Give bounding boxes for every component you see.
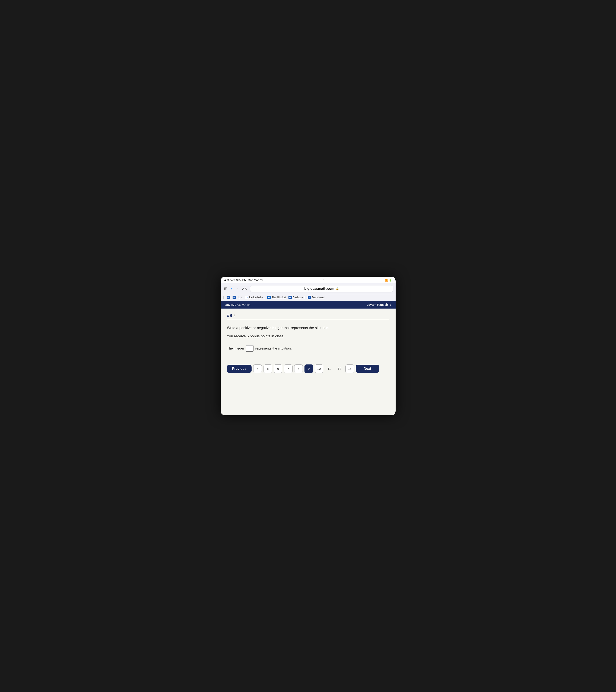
browser-nav: ⊞ ‹ › AA bigideasmath.com 🔒: [221, 283, 396, 294]
question-number: #9 i: [227, 313, 389, 318]
bookmark-icon-blooket: B: [267, 296, 271, 299]
page-btn-9[interactable]: 9: [305, 365, 313, 373]
answer-input[interactable]: [246, 347, 253, 350]
previous-button[interactable]: Previous: [227, 365, 252, 373]
answer-suffix: represents the situation.: [255, 347, 292, 350]
page-btn-7[interactable]: 7: [284, 365, 292, 373]
forward-button[interactable]: ›: [236, 285, 239, 292]
bookmark-dashboard1-label: Dashboard: [293, 296, 305, 299]
situation-text: You receive 5 bonus points in class.: [227, 334, 389, 339]
sidebar-icon[interactable]: ⊞: [223, 285, 228, 292]
page-btn-5[interactable]: 5: [264, 365, 272, 373]
bookmark-icon-b2: B: [233, 296, 236, 299]
bookmark-icon-b1: B: [226, 296, 230, 299]
bookmark-blooket-label: Play Blooket: [272, 296, 286, 299]
status-bar: ◀ Clever 3:37 PM Mon Mar 28 ••• 📶 🔋: [221, 277, 396, 283]
back-button[interactable]: ‹: [230, 285, 234, 292]
question-instruction: Write a positive or negative integer tha…: [227, 325, 389, 331]
page-btn-12[interactable]: 12: [335, 365, 344, 373]
carrier-label: ◀ Clever: [224, 279, 235, 282]
bookmark-b2[interactable]: B: [233, 296, 236, 299]
user-name-label: Leyton Rausch: [367, 303, 388, 306]
device-frame: ◀ Clever 3:37 PM Mon Mar 28 ••• 📶 🔋 ⊞ ‹ …: [221, 277, 396, 415]
bookmark-list[interactable]: List: [239, 296, 243, 299]
date-label: Mon Mar 28: [248, 279, 262, 282]
bookmarks-bar: | B B List G ice ice baby... B Play Bloo…: [221, 294, 396, 301]
aa-button[interactable]: AA: [241, 286, 248, 291]
question-divider: [227, 320, 389, 320]
page-btn-4[interactable]: 4: [253, 365, 262, 373]
page-btn-8[interactable]: 8: [294, 365, 303, 373]
answer-input-box[interactable]: [246, 345, 254, 352]
pagination: Previous 4 5 6 7 8 9 10 11 12 13 Next: [227, 365, 389, 373]
main-content: #9 i Write a positive or negative intege…: [221, 308, 396, 415]
url-bar[interactable]: bigideasmath.com 🔒: [250, 285, 393, 292]
bookmark-dashboard2[interactable]: B Dashboard: [308, 296, 325, 299]
bookmark-google[interactable]: G ice ice baby...: [245, 296, 265, 299]
bookmark-list-label: List: [239, 296, 243, 299]
answer-prefix: The integer: [227, 347, 244, 350]
browser-chrome: ⊞ ‹ › AA bigideasmath.com 🔒 | B B List: [221, 283, 396, 301]
app-title: BIG IDEAS MATH: [225, 303, 251, 306]
next-button[interactable]: Next: [356, 365, 379, 373]
page-btn-13[interactable]: 13: [346, 365, 354, 373]
bookmark-blooket[interactable]: B Play Blooket: [267, 296, 286, 299]
lock-icon: 🔒: [336, 287, 339, 290]
user-menu[interactable]: Leyton Rausch ∨: [367, 303, 391, 306]
page-btn-6[interactable]: 6: [274, 365, 282, 373]
status-dots: •••: [322, 279, 326, 282]
status-right: 📶 🔋: [385, 279, 392, 282]
bookmark-dashboard2-label: Dashboard: [312, 296, 325, 299]
question-num-label: #9: [227, 313, 232, 318]
sep1: |: [223, 296, 224, 299]
page-btn-11[interactable]: 11: [325, 365, 333, 373]
answer-row: The integer represents the situation.: [227, 345, 389, 352]
status-left: ◀ Clever 3:37 PM Mon Mar 28: [224, 279, 263, 282]
bookmark-icon-dash1: B: [288, 296, 292, 299]
chevron-down-icon: ∨: [390, 303, 391, 306]
bookmark-dashboard1[interactable]: B Dashboard: [288, 296, 305, 299]
bookmark-icon-g: G: [245, 296, 248, 299]
app-header: BIG IDEAS MATH Leyton Rausch ∨: [221, 301, 396, 308]
page-btn-10[interactable]: 10: [315, 365, 323, 373]
bookmark-icon-dash2: B: [308, 296, 311, 299]
bookmark-google-label: ice ice baby...: [249, 296, 265, 299]
time-label: 3:37 PM: [236, 279, 246, 282]
info-icon[interactable]: i: [234, 314, 235, 318]
url-text: bigideasmath.com: [304, 287, 334, 290]
bookmark-b1[interactable]: B: [226, 296, 230, 299]
